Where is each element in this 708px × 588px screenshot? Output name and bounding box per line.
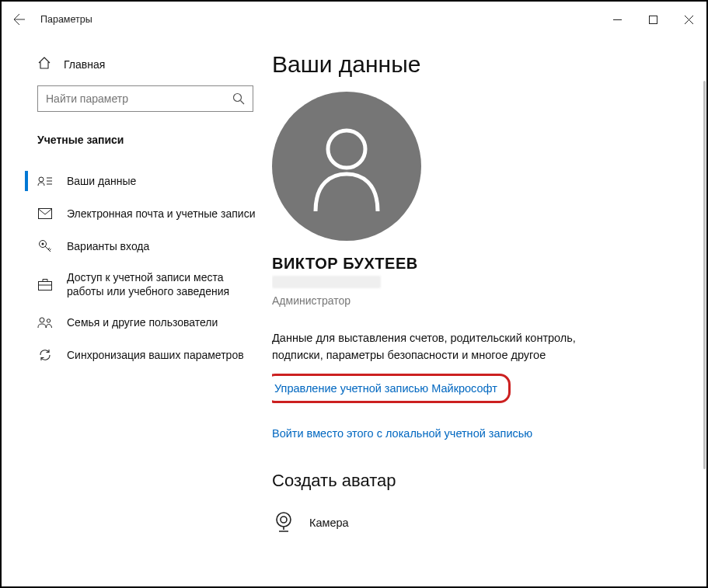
svg-rect-6: [39, 282, 52, 291]
sidebar: Главная Учетные записи Ваши данные: [2, 37, 272, 586]
manage-microsoft-account-link[interactable]: Управление учетной записью Майкрософт: [274, 382, 497, 395]
titlebar: Параметры: [2, 2, 706, 37]
sidebar-home-label: Главная: [64, 58, 105, 71]
person-card-icon: [37, 175, 53, 187]
svg-point-11: [281, 517, 287, 523]
scrollbar[interactable]: [703, 81, 706, 469]
back-button[interactable]: [2, 2, 37, 37]
svg-point-7: [40, 318, 44, 322]
sidebar-item-sync[interactable]: Синхронизация ваших параметров: [2, 339, 272, 371]
account-description: Данные для выставления счетов, родительс…: [272, 330, 598, 364]
sidebar-item-work-access[interactable]: Доступ к учетной записи места работы или…: [2, 263, 272, 306]
sidebar-item-label: Варианты входа: [67, 239, 149, 253]
svg-point-1: [234, 94, 242, 102]
minimize-icon: [613, 16, 622, 24]
sidebar-item-your-info[interactable]: Ваши данные: [2, 165, 272, 197]
maximize-icon: [649, 16, 657, 24]
sync-icon: [38, 348, 52, 362]
person-icon: [304, 120, 389, 213]
page-title: Ваши данные: [272, 51, 675, 78]
minimize-button[interactable]: [599, 2, 635, 37]
sidebar-item-label: Ваши данные: [67, 174, 136, 188]
svg-point-9: [328, 130, 365, 168]
avatar: [272, 92, 421, 241]
sidebar-home[interactable]: Главная: [2, 51, 272, 78]
camera-option[interactable]: Камера: [272, 510, 675, 536]
sidebar-item-label: Электронная почта и учетные записи: [67, 207, 255, 221]
camera-icon: [272, 510, 295, 533]
svg-rect-3: [39, 209, 52, 219]
user-name: ВИКТОР БУХТЕЕВ: [272, 255, 675, 273]
svg-rect-0: [649, 16, 657, 23]
user-email-redacted: [272, 276, 381, 288]
svg-point-5: [42, 243, 44, 245]
arrow-left-icon: [13, 13, 26, 26]
maximize-button[interactable]: [635, 2, 671, 37]
svg-point-8: [47, 319, 50, 322]
sidebar-item-family[interactable]: Семья и другие пользователи: [2, 306, 272, 339]
sign-in-local-account-link[interactable]: Войти вместо этого с локальной учетной з…: [272, 427, 532, 440]
main-content: Ваши данные ВИКТОР БУХТЕЕВ Администратор…: [272, 37, 706, 586]
people-icon: [37, 316, 53, 329]
sidebar-section-header: Учетные записи: [2, 129, 272, 151]
svg-point-10: [277, 513, 291, 527]
camera-label: Камера: [309, 517, 349, 529]
svg-point-2: [39, 177, 44, 182]
create-avatar-header: Создать аватар: [272, 471, 675, 491]
search-icon: [232, 92, 245, 105]
sidebar-item-signin-options[interactable]: Варианты входа: [2, 230, 272, 263]
mail-icon: [38, 208, 52, 219]
sidebar-item-label: Семья и другие пользователи: [67, 315, 218, 329]
search-input[interactable]: [37, 85, 253, 112]
sidebar-item-label: Синхронизация ваших параметров: [67, 348, 244, 362]
highlight-annotation: Управление учетной записью Майкрософт: [272, 374, 511, 403]
sidebar-item-label: Доступ к учетной записи места работы или…: [67, 270, 261, 298]
home-icon: [37, 56, 51, 70]
close-icon: [685, 16, 693, 24]
sidebar-item-email-accounts[interactable]: Электронная почта и учетные записи: [2, 197, 272, 230]
user-role: Администратор: [272, 294, 675, 307]
window-title: Параметры: [40, 14, 92, 25]
key-icon: [38, 239, 52, 253]
briefcase-icon: [38, 278, 52, 291]
close-button[interactable]: [671, 2, 706, 37]
search-field[interactable]: [46, 92, 232, 105]
